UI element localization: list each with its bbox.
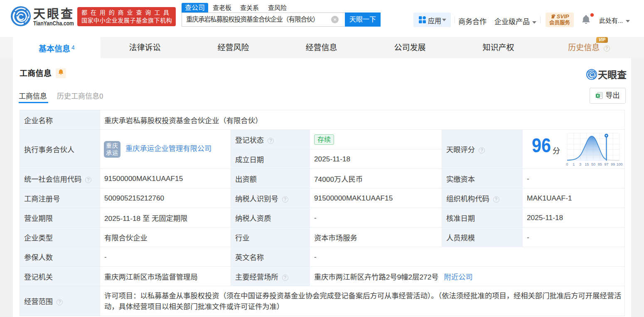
- svg-text:0: 0: [566, 162, 568, 166]
- svg-text:100: 100: [616, 162, 622, 166]
- svg-text:15: 15: [585, 162, 589, 166]
- svg-text:97: 97: [604, 162, 608, 166]
- svg-text:99: 99: [611, 162, 615, 166]
- svg-text:3: 3: [579, 162, 581, 166]
- svg-text:1: 1: [573, 162, 575, 166]
- svg-text:85: 85: [598, 162, 602, 166]
- svg-text:50: 50: [591, 162, 595, 166]
